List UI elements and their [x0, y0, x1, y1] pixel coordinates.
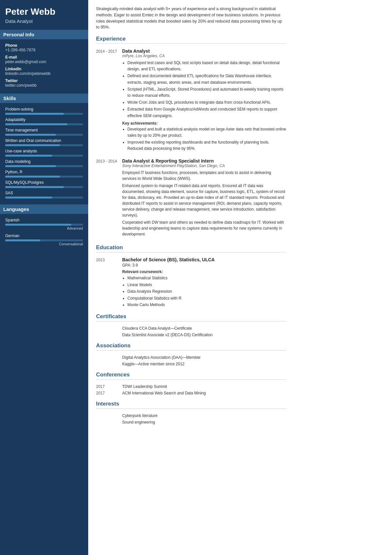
cert-spacer — [96, 326, 122, 331]
exp-dates: 2014 - 2017 — [96, 48, 122, 152]
conf-date: 2017 — [96, 391, 122, 395]
education-entry: 2013 Bachelor of Science (BS), Statistic… — [96, 257, 286, 308]
main-content: Strategically-minded data analyst with 5… — [88, 0, 294, 555]
course-item: Mathematical Statistics — [127, 275, 286, 281]
exp-paragraph: Enhanced system to manage IT-related dat… — [122, 183, 286, 218]
skill-name: Time management — [5, 128, 83, 132]
achievement-item: Developed and built a statistical analys… — [127, 126, 286, 139]
conferences-title: Conferences — [96, 372, 286, 380]
skill-name: Use-case analysis — [5, 149, 83, 153]
lang-bar-bg — [5, 239, 83, 241]
assoc-text: Digital Analytics Association (DAA)—Memb… — [122, 355, 201, 360]
personal-info-section-title: Personal Info — [0, 30, 88, 39]
skill-bar-fill — [5, 134, 56, 136]
skill-bar-fill — [5, 176, 60, 178]
skill-bar-bg — [5, 113, 83, 115]
resume-container: Peter Webb Data Analyst Personal Info Ph… — [0, 0, 294, 555]
exp-bullet: Defined and documented detailed ETL spec… — [127, 73, 286, 85]
skill-bar-bg — [5, 123, 83, 125]
skill-bar-bg — [5, 134, 83, 136]
skill-bar-bg — [5, 197, 83, 199]
experience-section: Experience 2014 - 2017 Data Analyst mPyr… — [96, 36, 286, 238]
skill-bar-fill — [5, 144, 60, 146]
sidebar-name: Peter Webb — [5, 7, 83, 17]
conf-name: ACM International Web Search and Data Mi… — [122, 391, 206, 395]
certificates-section: Certificates Cloudera CCA Data Analyst—C… — [96, 313, 286, 337]
lang-bar-bg — [5, 224, 83, 226]
skill-bar-bg — [5, 176, 83, 178]
assoc-spacer — [96, 362, 122, 366]
skill-item: Data modeling — [5, 159, 83, 167]
exp-detail: Data Analyst mPyre, Los Angeles, CA Deve… — [122, 48, 286, 152]
skill-bar-fill — [5, 155, 52, 157]
email-label: E-mail — [5, 55, 83, 60]
skill-name: Written and Oral communication — [5, 138, 83, 143]
skill-bar-fill — [5, 113, 64, 115]
conferences-section: Conferences 2017 TDWI Leadership Summit … — [96, 372, 286, 395]
conferences-list: 2017 TDWI Leadership Summit 2017 ACM Int… — [96, 384, 286, 395]
twitter-label: Twitter — [5, 78, 83, 83]
associations-list: Digital Analytics Association (DAA)—Memb… — [96, 355, 286, 366]
interests-list: Cyberpunk literature Sound engineering — [96, 413, 286, 425]
skill-item: Adaptability — [5, 117, 83, 125]
interest-text: Cyberpunk literature — [122, 413, 157, 418]
skill-name: Data modeling — [5, 159, 83, 164]
languages-section: Languages Spanish Advanced German Conver… — [5, 204, 83, 246]
skill-name: Problem-solving — [5, 107, 83, 112]
coursework-label: Relevant coursework: — [122, 269, 286, 274]
exp-company: mPyre, Los Angeles, CA — [122, 54, 286, 58]
skill-bar-bg — [5, 144, 83, 146]
interest-entry: Sound engineering — [96, 420, 286, 425]
cert-spacer — [96, 333, 122, 337]
exp-bullets: Developed test cases and SQL test script… — [122, 60, 286, 119]
interests-section: Interests Cyberpunk literature Sound eng… — [96, 401, 286, 425]
languages-section-title: Languages — [0, 204, 88, 214]
skill-bar-fill — [5, 197, 52, 199]
lang-bar-fill — [5, 239, 40, 241]
key-achievements-label: Key achievements: — [122, 121, 286, 126]
cert-text: Data Scientist Associate v2 (DECA-DS) Ce… — [122, 333, 213, 337]
exp-detail: Data Analyst & Reporting Specialist Inte… — [122, 158, 286, 238]
lang-level: Advanced — [5, 226, 83, 230]
course-item: Computational Statistics with R — [127, 295, 286, 302]
associations-section: Associations Digital Analytics Associati… — [96, 342, 286, 366]
experience-title: Experience — [96, 36, 286, 44]
interest-spacer — [96, 420, 122, 425]
lang-level: Conversational — [5, 242, 83, 246]
edu-gpa: GPA: 3.9 — [122, 263, 286, 268]
lang-name: Spanish — [5, 218, 83, 222]
summary-text: Strategically-minded data analyst with 5… — [96, 6, 286, 30]
lang-bar-fill — [5, 224, 71, 226]
phone-value: +1-299-456-7878 — [5, 48, 83, 52]
assoc-text: Kaggle—Active member since 2012 — [122, 362, 185, 366]
education-title: Education — [96, 244, 286, 252]
exp-bullet: Wrote Cron Jobs and SQL procedures to in… — [127, 99, 286, 106]
exp-bullet: Scripted (HTML, JavaScript, Stored Proce… — [127, 86, 286, 99]
lang-name: German — [5, 234, 83, 238]
exp-paragraph: Employed IT business functions, processe… — [122, 170, 286, 182]
language-item: Spanish Advanced — [5, 218, 83, 230]
skill-bar-bg — [5, 155, 83, 157]
exp-job-title: Data Analyst & Reporting Specialist Inte… — [122, 158, 286, 164]
association-entry: Digital Analytics Association (DAA)—Memb… — [96, 355, 286, 360]
conf-name: TDWI Leadership Summit — [122, 384, 167, 389]
skill-name: Python, R — [5, 170, 83, 174]
education-list: 2013 Bachelor of Science (BS), Statistic… — [96, 257, 286, 308]
experience-list: 2014 - 2017 Data Analyst mPyre, Los Ange… — [96, 48, 286, 238]
experience-entry: 2014 - 2017 Data Analyst mPyre, Los Ange… — [96, 48, 286, 152]
exp-job-title: Data Analyst — [122, 48, 286, 54]
certificates-list: Cloudera CCA Data Analyst—Certificate Da… — [96, 326, 286, 337]
experience-entry: 2013 - 2014 Data Analyst & Reporting Spe… — [96, 158, 286, 238]
certificate-entry: Data Scientist Associate v2 (DECA-DS) Ce… — [96, 333, 286, 337]
skill-bar-bg — [5, 165, 83, 167]
languages-list: Spanish Advanced German Conversational — [5, 218, 83, 246]
interest-text: Sound engineering — [122, 420, 155, 425]
linkedin-label: LinkedIn — [5, 67, 83, 71]
skill-item: Time management — [5, 128, 83, 136]
sidebar: Peter Webb Data Analyst Personal Info Ph… — [0, 0, 88, 555]
achievement-item: Improved the existing reporting dashboar… — [127, 139, 286, 152]
skills-list: Problem-solving Adaptability Time manage… — [5, 107, 83, 199]
skill-bar-fill — [5, 123, 67, 125]
skill-name: SQL/MySQL/Postgres — [5, 180, 83, 185]
exp-dates: 2013 - 2014 — [96, 158, 122, 238]
